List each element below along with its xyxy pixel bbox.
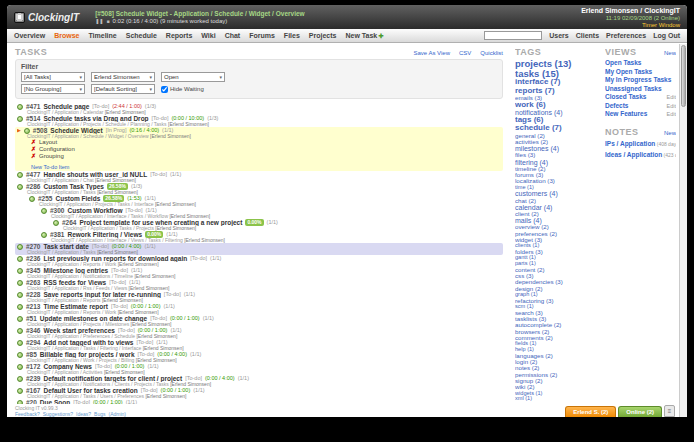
start-work-icon[interactable] [17, 292, 23, 298]
start-work-icon[interactable] [17, 244, 23, 250]
footer--admin-[interactable]: (Admin) [108, 411, 126, 417]
task-row[interactable]: #51Update milestones on date change[To-d… [15, 315, 503, 327]
view-my-open-tasks[interactable]: My Open Tasks [605, 68, 652, 77]
start-work-icon[interactable] [41, 208, 47, 214]
nav-wiki[interactable]: Wiki [201, 32, 215, 39]
timer-window-link[interactable]: Timer Window [581, 22, 680, 28]
clockingit-logo[interactable]: ClockingIT [14, 12, 79, 23]
task-row[interactable]: #477Handle shouts with user_id NULL[To-d… [15, 171, 503, 183]
start-work-icon[interactable] [17, 104, 23, 110]
view-edit-link[interactable]: Edit [667, 93, 676, 102]
nav-projects[interactable]: Projects [309, 32, 337, 39]
nav-schedule[interactable]: Schedule [126, 32, 157, 39]
start-work-icon[interactable] [17, 280, 23, 286]
task-title-link[interactable]: Milestone log entries [43, 267, 108, 274]
task-title-link[interactable]: Custom Workflow [67, 207, 122, 214]
task-title-link[interactable]: Schedule page [43, 103, 89, 110]
note-ideas-application[interactable]: Ideas / Application [605, 151, 662, 158]
task-title-link[interactable]: Add not tagged with to views [43, 339, 133, 346]
view-edit-link[interactable]: Edit [667, 102, 676, 111]
task-title-link[interactable]: Custom Task Types [43, 183, 103, 190]
task-row[interactable]: ▶#508Schedule Widget[In Prog](0:16 / 4:0… [15, 127, 503, 171]
nav-overview[interactable]: Overview [14, 32, 45, 39]
task-title-link[interactable]: Company News [43, 363, 91, 370]
footer-bugs[interactable]: Bugs [94, 411, 105, 417]
footer-suggestions-[interactable]: Suggestions? [43, 411, 73, 417]
start-work-icon[interactable] [17, 256, 23, 262]
delete-todo-icon[interactable]: ✗ [31, 146, 36, 153]
search-input[interactable] [484, 31, 542, 40]
footer-ideas-[interactable]: Ideas? [76, 411, 91, 417]
task-title-link[interactable]: Billable flag for projects / work [40, 351, 135, 358]
hide-waiting-checkbox[interactable] [161, 86, 168, 93]
note-ips-application[interactable]: IPs / Application [605, 140, 655, 147]
todo-item[interactable]: ✗Grouping [17, 153, 501, 160]
task-title-link[interactable]: Schedule Widget [50, 127, 102, 134]
tag-work[interactable]: work (6) [515, 101, 597, 109]
nav-new-task[interactable]: New Task✚ [345, 32, 383, 39]
nav-files[interactable]: Files [284, 32, 300, 39]
nav-log-out[interactable]: Log Out [653, 32, 680, 39]
start-work-icon[interactable] [17, 340, 23, 346]
start-work-icon[interactable] [17, 304, 23, 310]
tag-xml[interactable]: xml (1) [515, 396, 597, 402]
task-row[interactable]: #85Billable flag for projects / work[To-… [15, 351, 503, 363]
todo-item[interactable]: ✗Layout [17, 139, 501, 146]
task-row[interactable]: #381Rework Filtering / Views0.00%(1/1)Cl… [15, 231, 503, 243]
task-row[interactable]: #270Task start date[To-do](0:00 / 4:00)(… [15, 243, 503, 255]
task-title-link[interactable]: Default notification targets for client … [43, 375, 182, 382]
task-row[interactable]: #264Project template for use when creati… [15, 219, 503, 231]
view-new-features[interactable]: New Features [605, 110, 647, 119]
task-row[interactable]: #471Schedule page[To-do](2:44 / 1:00)(1/… [15, 103, 503, 115]
start-work-icon[interactable] [17, 376, 23, 382]
active-task-link[interactable]: [#508] Schedule Widget - Application / S… [95, 10, 305, 17]
nav-forums[interactable]: Forums [249, 32, 275, 39]
pause-icon[interactable]: ❚❚ [95, 18, 103, 24]
task-title-link[interactable]: Time Estimate report [43, 303, 108, 310]
task-row[interactable]: #255Custom Fields26.58%(1:53)(1/1)Clocki… [15, 195, 503, 207]
task-row[interactable]: #286Custom Task Types26.58%(1/3)Clocking… [15, 183, 503, 195]
views-new-link[interactable]: New [664, 50, 676, 56]
filter-select-task-type[interactable]: [All Tasks]▾ [21, 72, 85, 82]
start-work-icon[interactable] [53, 220, 59, 226]
start-work-icon[interactable] [17, 352, 23, 358]
task-title-link[interactable]: Handle shouts with user_id NULL [43, 171, 147, 178]
view-my-in-progress-tasks[interactable]: My In Progress Tasks [605, 76, 671, 85]
start-work-icon[interactable] [17, 184, 23, 190]
task-title-link[interactable]: Schedule tasks via Drag and Drop [43, 115, 148, 122]
start-work-icon[interactable] [17, 316, 23, 322]
vertical-scrollbar[interactable] [679, 44, 687, 417]
task-row[interactable]: #514Schedule tasks via Drag and Drop[To-… [15, 115, 503, 127]
task-title-link[interactable]: RSS feeds for Views [43, 279, 106, 286]
save-as-view-link[interactable]: Save As View [413, 50, 450, 56]
start-work-icon[interactable] [17, 328, 23, 334]
view-defects[interactable]: Defects [605, 102, 628, 111]
scrollbar-thumb[interactable] [681, 45, 686, 107]
stop-icon[interactable]: ■ [107, 18, 110, 24]
view-unassigned-tasks[interactable]: Unassigned Tasks [605, 85, 662, 94]
csv-link[interactable]: CSV [459, 50, 471, 56]
task-title-link[interactable]: Project template for use when creating a… [79, 219, 242, 226]
view-open-tasks[interactable]: Open Tasks [605, 59, 641, 68]
new-todo-link[interactable]: New To-do Item [31, 164, 69, 170]
task-title-link[interactable]: Week start preferences [43, 327, 114, 334]
nav-users[interactable]: Users [549, 32, 568, 39]
task-title-link[interactable]: Update milestones on date change [40, 315, 147, 322]
delete-todo-icon[interactable]: ✗ [31, 153, 36, 160]
task-title-link[interactable]: Save reports input for later re-running [43, 291, 160, 298]
task-row[interactable]: #213Time Estimate report[To-do](0:00 / 1… [15, 303, 503, 315]
task-row[interactable]: #346Week start preferences[To-do](0:00 /… [15, 327, 503, 339]
task-row[interactable]: #239Default notification targets for cli… [15, 375, 503, 387]
task-title-link[interactable]: Custom Fields [55, 195, 100, 202]
nav-browse[interactable]: Browse [54, 32, 79, 39]
task-row[interactable]: #345Milestone log entries[To-do](1/1)Clo… [15, 267, 503, 279]
notes-new-link[interactable]: New [664, 130, 676, 136]
task-row[interactable]: #263RSS feeds for Views[To-do](1/1)Clock… [15, 279, 503, 291]
user-account-link[interactable]: Erlend Simonsen / ClockingIT [581, 7, 680, 14]
filter-select-grouping[interactable]: [No Grouping]▾ [21, 84, 85, 94]
task-title-link[interactable]: Task start date [43, 243, 88, 250]
filter-select-sorting[interactable]: [Default Sorting]▾ [91, 84, 155, 94]
todo-item[interactable]: ✗Configuration [17, 146, 501, 153]
filter-select-status[interactable]: Open▾ [161, 72, 225, 82]
start-work-icon[interactable] [17, 388, 23, 394]
